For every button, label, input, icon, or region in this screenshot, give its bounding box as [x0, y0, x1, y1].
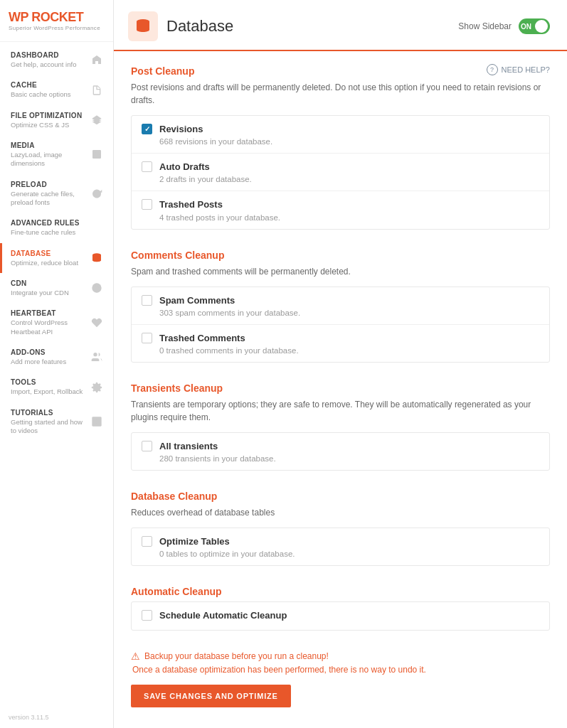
checkbox-input-spam-comments[interactable]	[142, 295, 152, 306]
checkbox-optimize-tables[interactable]	[142, 536, 152, 547]
sidebar-item-sub-database: Optimize, reduce bloat	[11, 259, 86, 267]
svg-point-2	[95, 152, 96, 154]
sidebar-item-heartbeat[interactable]: HEARTBEAT Control WordPress Heartbeat AP…	[0, 303, 113, 342]
option-label-optimize-tables: Optimize Tables	[159, 535, 295, 548]
automatic-cleanup-options: Schedule Automatic Cleanup	[131, 601, 550, 630]
checkbox-trashed-posts[interactable]	[142, 199, 152, 210]
option-row-auto-drafts: Auto Drafts 2 drafts in your database.	[132, 153, 549, 191]
warning-text-1: Backup your database before you run a cl…	[144, 651, 329, 661]
sidebar-item-title-cache: CACHE	[11, 80, 86, 90]
sidebar-item-sub-cdn: Integrate your CDN	[11, 289, 86, 297]
sidebar-item-sub-dashboard: Get help, account info	[11, 60, 86, 69]
heart-icon	[89, 315, 105, 331]
database-icon	[89, 250, 105, 266]
sidebar-item-preload[interactable]: PRELOAD Generate cache files, preload fo…	[0, 174, 113, 213]
post-cleanup-desc: Post revisions and drafts will be perman…	[131, 81, 550, 107]
sidebar-item-add-ons[interactable]: ADD-ONS Add more features	[0, 342, 113, 372]
option-sub-auto-drafts: 2 drafts in your database.	[159, 175, 252, 183]
checkbox-input-schedule-automatic-cleanup[interactable]	[142, 610, 152, 621]
list-icon	[89, 220, 105, 236]
option-row-all-transients: All transients 280 transients in your da…	[132, 433, 549, 470]
option-row-optimize-tables: Optimize Tables 0 tables to optimize in …	[132, 528, 549, 565]
post-cleanup-options: Revisions 668 revisions in your database…	[131, 115, 550, 230]
sidebar-item-tutorials[interactable]: TUTORIALS Getting started and how to vid…	[0, 402, 113, 441]
checkbox-all-transients[interactable]	[142, 441, 152, 451]
comments-cleanup-desc: Spam and trashed comments will be perman…	[131, 265, 550, 278]
warning-text-2: Once a database optimization has been pe…	[131, 665, 550, 675]
need-help-icon: ?	[487, 64, 498, 75]
checkbox-revisions[interactable]	[142, 124, 152, 134]
option-sub-spam-comments: 303 spam comments in your database.	[159, 309, 300, 317]
checkbox-input-optimize-tables[interactable]	[142, 536, 152, 547]
sidebar-item-sub-add-ons: Add more features	[11, 358, 86, 366]
sidebar-item-title-cdn: CDN	[11, 279, 86, 288]
database-cleanup-title: Database Cleanup	[131, 491, 550, 502]
sidebar-item-database[interactable]: DATABASE Optimize, reduce bloat	[0, 243, 113, 273]
checkbox-input-trashed-comments[interactable]	[142, 333, 152, 343]
sidebar-item-advanced-rules[interactable]: ADVANCED RULES Fine-tune cache rules	[0, 213, 113, 242]
sidebar-item-sub-preload: Generate cache files, preload fonts	[11, 190, 86, 208]
sidebar-item-title-heartbeat: HEARTBEAT	[11, 309, 86, 318]
checkbox-input-revisions[interactable]	[142, 124, 152, 134]
sidebar-item-title-tools: TOOLS	[11, 378, 86, 387]
checkbox-trashed-comments[interactable]	[142, 333, 152, 343]
sidebar-toggle[interactable]: ON	[519, 18, 550, 34]
option-label-group-auto-drafts: Auto Drafts 2 drafts in your database.	[159, 161, 252, 183]
sidebar-item-cache[interactable]: CACHE Basic cache options	[0, 75, 113, 105]
checkbox-spam-comments[interactable]	[142, 295, 152, 306]
database-cleanup-desc: Reduces overhead of database tables	[131, 506, 550, 519]
cdn-icon	[89, 280, 105, 296]
automatic-cleanup-section: Automatic Cleanup Schedule Automatic Cle…	[131, 586, 550, 630]
database-cleanup-options: Optimize Tables 0 tables to optimize in …	[131, 528, 550, 566]
option-label-spam-comments: Spam Comments	[159, 294, 300, 307]
comments-cleanup-section: Comments Cleanup Spam and trashed commen…	[131, 250, 550, 363]
checkbox-input-trashed-posts[interactable]	[142, 199, 152, 210]
sidebar-item-title-dashboard: DASHBOARD	[11, 50, 86, 60]
sidebar-item-media[interactable]: MEDIA LazyLoad, image dimensions	[0, 135, 113, 174]
content-area: ? NEED HELP? Post Cleanup Post revisions…	[114, 51, 567, 722]
automatic-cleanup-title: Automatic Cleanup	[131, 586, 550, 597]
sidebar-item-file-optimization[interactable]: FILE OPTIMIZATION Optimize CSS & JS	[0, 105, 113, 135]
option-sub-trashed-posts: 4 trashed posts in your database.	[159, 213, 280, 222]
database-icon	[134, 18, 152, 35]
comments-cleanup-title: Comments Cleanup	[131, 250, 550, 261]
toggle-label: ON	[521, 23, 531, 31]
refresh-icon	[89, 186, 105, 201]
users-icon	[89, 349, 105, 365]
sidebar-item-cdn[interactable]: CDN Integrate your CDN	[0, 273, 113, 303]
sidebar-nav: DASHBOARD Get help, account info CACHE B…	[0, 42, 113, 707]
option-label-group-trashed-posts: Trashed Posts 4 trashed posts in your da…	[159, 198, 280, 221]
main-content: Database Show Sidebar ON ? NEED HELP? Po…	[114, 0, 567, 728]
transients-cleanup-title: Transients Cleanup	[131, 382, 550, 394]
sidebar-item-dashboard[interactable]: DASHBOARD Get help, account info	[0, 45, 113, 75]
sidebar-item-sub-advanced-rules: Fine-tune cache rules	[11, 228, 86, 237]
need-help-button[interactable]: ? NEED HELP?	[487, 64, 550, 75]
option-label-auto-drafts: Auto Drafts	[159, 161, 252, 173]
sidebar-item-sub-media: LazyLoad, image dimensions	[11, 151, 86, 168]
sidebar: WP ROCKET Superior WordPress Performance…	[0, 0, 114, 728]
checkbox-input-all-transients[interactable]	[142, 441, 152, 451]
warning-icon: ⚠	[131, 651, 140, 662]
option-sub-trashed-comments: 0 trashed comments in your database.	[159, 346, 299, 355]
option-label-all-transients: All transients	[159, 440, 276, 453]
sidebar-item-tools[interactable]: TOOLS Import, Export, Rollback	[0, 372, 113, 402]
toggle-knob	[535, 20, 548, 33]
transients-cleanup-options: All transients 280 transients in your da…	[131, 432, 550, 471]
option-sub-optimize-tables: 0 tables to optimize in your database.	[159, 550, 295, 558]
sidebar-item-sub-file-optimization: Optimize CSS & JS	[11, 121, 86, 129]
warning-section: ⚠ Backup your database before you run a …	[131, 651, 550, 707]
option-label-group-revisions: Revisions 668 revisions in your database…	[159, 123, 272, 146]
logo: WP ROCKET Superior WordPress Performance	[0, 0, 113, 42]
option-row-schedule-automatic-cleanup: Schedule Automatic Cleanup	[132, 602, 549, 629]
logo-subtitle: Superior WordPress Performance	[9, 25, 100, 31]
checkbox-auto-drafts[interactable]	[142, 161, 152, 172]
option-sub-all-transients: 280 transients in your database.	[159, 454, 276, 463]
show-sidebar-label: Show Sidebar	[458, 21, 512, 31]
comments-cleanup-options: Spam Comments 303 spam comments in your …	[131, 287, 550, 363]
save-button[interactable]: SAVE CHANGES AND OPTIMIZE	[131, 685, 291, 707]
option-row-trashed-comments: Trashed Comments 0 trashed comments in y…	[132, 324, 549, 362]
checkbox-schedule-automatic-cleanup[interactable]	[142, 610, 152, 621]
home-icon	[89, 52, 105, 68]
checkbox-input-auto-drafts[interactable]	[142, 161, 152, 172]
transients-cleanup-desc: Transients are temporary options; they a…	[131, 398, 550, 424]
